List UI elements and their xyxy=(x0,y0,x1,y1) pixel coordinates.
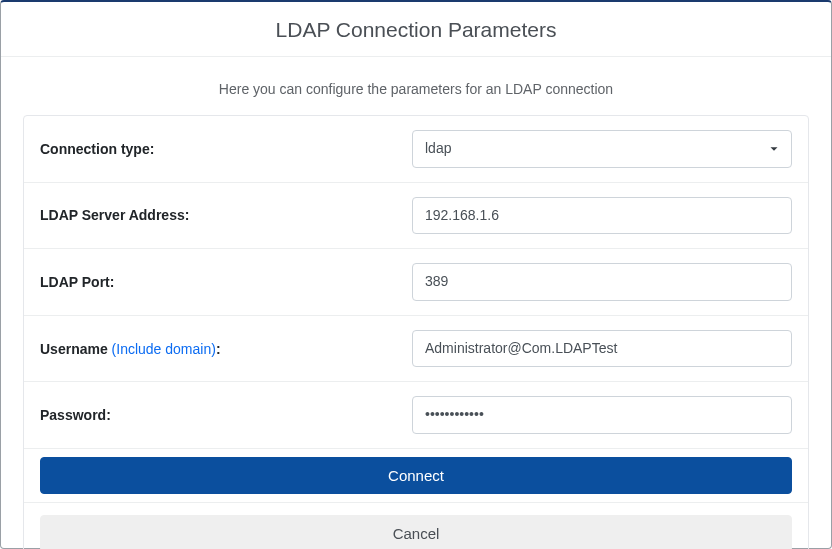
row-server-address: LDAP Server Address: xyxy=(24,183,808,250)
connect-button[interactable]: Connect xyxy=(40,457,792,494)
modal-subtitle: Here you can configure the parameters fo… xyxy=(1,57,831,115)
row-connect: Connect xyxy=(24,449,808,503)
row-username: Username (Include domain): xyxy=(24,316,808,383)
ldap-connection-modal: LDAP Connection Parameters Here you can … xyxy=(0,0,832,549)
form-panel: Connection type: ldap LDAP Server Addres… xyxy=(23,115,809,549)
cancel-button[interactable]: Cancel xyxy=(40,515,792,549)
control-wrap xyxy=(412,396,792,434)
control-wrap xyxy=(412,330,792,368)
row-connection-type: Connection type: ldap xyxy=(24,116,808,183)
control-wrap: ldap xyxy=(412,130,792,168)
row-password: Password: xyxy=(24,382,808,449)
label-username-suffix: : xyxy=(216,341,221,357)
ldap-port-input[interactable] xyxy=(412,263,792,301)
label-username-prefix: Username xyxy=(40,341,112,357)
server-address-input[interactable] xyxy=(412,197,792,235)
label-username: Username (Include domain): xyxy=(40,341,412,357)
row-cancel: Cancel xyxy=(24,503,808,549)
control-wrap xyxy=(412,263,792,301)
label-ldap-port: LDAP Port: xyxy=(40,274,412,290)
label-server-address: LDAP Server Address: xyxy=(40,207,412,223)
password-input[interactable] xyxy=(412,396,792,434)
control-wrap xyxy=(412,197,792,235)
label-username-hint: (Include domain) xyxy=(112,341,216,357)
username-input[interactable] xyxy=(412,330,792,368)
row-ldap-port: LDAP Port: xyxy=(24,249,808,316)
modal-title: LDAP Connection Parameters xyxy=(21,18,811,42)
label-password: Password: xyxy=(40,407,412,423)
connection-type-select[interactable]: ldap xyxy=(412,130,792,168)
label-connection-type: Connection type: xyxy=(40,141,412,157)
modal-header: LDAP Connection Parameters xyxy=(1,2,831,57)
